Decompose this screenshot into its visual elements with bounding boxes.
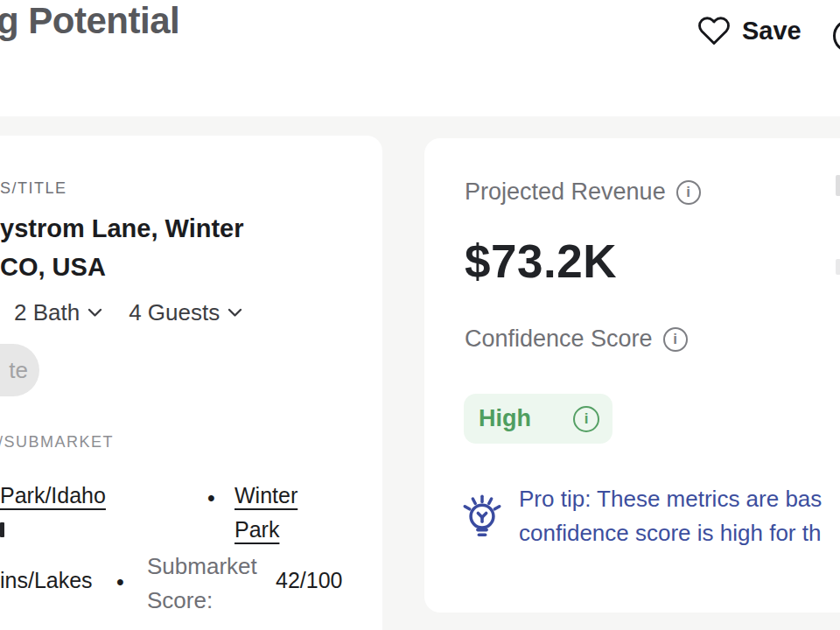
listing-config-row: 2 Bath 4 Guests [0,298,242,327]
confidence-badge-value: High [479,405,531,432]
guests-dropdown-value: 4 Guests [129,299,220,326]
page-header: g Potential Save [0,0,840,116]
bullet-separator: • [116,570,124,595]
earning-potential-page: g Potential Save S/TITLE ystrom Lane, Wi… [0,0,840,630]
pro-tip-line-2: confidence score is high for th [519,516,822,550]
submarket-score-label: Submarket Score: [147,550,278,618]
market-link[interactable]: Park/Idaho [0,479,106,513]
chevron-down-icon [88,307,102,318]
pro-tip: Pro tip: These metrics are bas confidenc… [460,482,822,550]
listing-address: ystrom Lane, WinterCO, USA [0,209,244,286]
clipped-text-fragment [0,522,4,537]
address-line-2: CO, USA [0,253,106,281]
clipped-column-fragment [836,175,840,196]
submarket-score-value: 42/100 [276,568,342,593]
projected-revenue-value: $73.2K [465,234,617,288]
guests-dropdown[interactable]: 4 Guests [129,299,242,326]
bath-dropdown-value: 2 Bath [14,299,80,326]
projected-revenue-row: Projected Revenue i [465,178,701,206]
market-section-label: /SUBMARKET [0,433,114,452]
metrics-card: Projected Revenue i $73.2K Confidence Sc… [424,138,840,612]
bullet-separator: • [207,486,215,511]
pro-tip-line-1: Pro tip: These metrics are bas [519,482,822,516]
submarket-link[interactable]: Winter Park [234,479,312,547]
page-title: g Potential [0,0,179,42]
projected-revenue-label: Projected Revenue [465,178,666,206]
save-button[interactable]: Save [696,12,802,49]
chevron-down-icon [228,307,242,318]
clipped-column-fragment [836,259,840,275]
save-button-label: Save [742,17,802,46]
confidence-badge: High i [464,394,612,444]
lightbulb-icon [460,487,504,550]
bath-dropdown[interactable]: 2 Bath [14,299,102,326]
address-section-label: S/TITLE [0,179,67,198]
partial-action-icon[interactable] [833,19,840,52]
info-icon[interactable]: i [663,327,688,352]
heart-icon [696,14,732,47]
pill-button[interactable]: te [0,344,39,396]
address-line-1: ystrom Lane, Winter [0,214,244,242]
listing-summary-card: S/TITLE ystrom Lane, WinterCO, USA 2 Bat… [0,136,382,630]
region-text: ins/Lakes [0,568,93,593]
info-icon[interactable]: i [573,406,599,432]
pill-button-label: te [9,357,28,384]
info-icon[interactable]: i [676,180,701,205]
confidence-score-row: Confidence Score i [465,326,688,353]
confidence-score-label: Confidence Score [465,326,653,353]
